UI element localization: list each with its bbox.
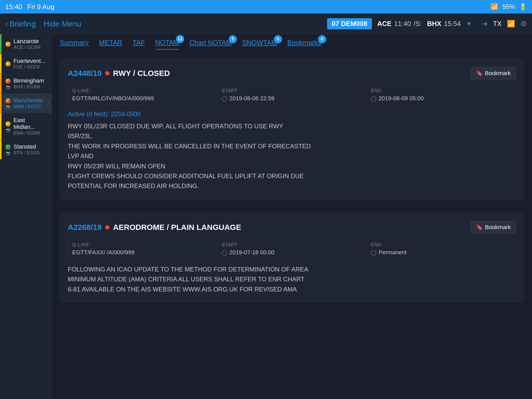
sidebar-item-birmingham[interactable]: 📷 Birmingham BHX / EGBB › bbox=[0, 74, 52, 94]
notam-card-1: A2448/19 RWY / CLOSED 🔖 Bookmark Q-LINE:… bbox=[60, 59, 524, 199]
back-button[interactable]: ‹ Briefing bbox=[5, 19, 36, 28]
notam-title-1: A2448/19 RWY / CLOSED bbox=[68, 69, 170, 78]
end-clock-icon-1: ◯ bbox=[371, 95, 376, 102]
notam-end-col-1: END ◯ 2019-08-09 05:00 bbox=[367, 85, 516, 105]
sidebar-item-stansted[interactable]: 📷 Stansted STN / EGSS › bbox=[0, 140, 52, 159]
notam-title-2: A2268/19 AERODROME / PLAIN LANGUAGE bbox=[68, 223, 241, 232]
notam-body-1: RWY 05L/23R CLOSED DUE WIP, ALL FLIGHT O… bbox=[68, 121, 516, 191]
wifi-icon: 📶 bbox=[507, 20, 515, 28]
status-day: Fri 9 Aug bbox=[27, 3, 54, 11]
content-area: Summary METAR TAF NOTAM 11 Chart NOTAM 5… bbox=[52, 34, 532, 399]
dropdown-chevron-icon[interactable]: ▼ bbox=[466, 21, 472, 27]
arr-airport: BHX bbox=[427, 20, 441, 28]
sidebar-text-stn: Stansted STN / EGSS bbox=[14, 143, 47, 156]
sidebar-item-fuerteventura[interactable]: Fuertevent... FUE / GCFV › bbox=[0, 54, 52, 74]
sidebar-item-lanzarote[interactable]: Lanzarote ACE / GCRR › bbox=[0, 34, 52, 54]
back-chevron-icon: ‹ bbox=[5, 19, 8, 28]
bookmark-button-2[interactable]: 🔖 Bookmark bbox=[470, 221, 516, 234]
notam-id-1: A2448/19 bbox=[68, 69, 102, 78]
flight-info: 07 DEM008 ACE 11:40 /S: BHX 15:54 ▼ ➜ TX… bbox=[327, 18, 527, 29]
sidebar-text-ema: East Midlan... EMA / EGNX bbox=[14, 117, 47, 136]
tab-taf[interactable]: TAF bbox=[132, 39, 145, 49]
notam-start-col-1: START ◯ 2019-08-06 22:59 bbox=[217, 85, 367, 105]
tabs-bar: Summary METAR TAF NOTAM 11 Chart NOTAM 5… bbox=[52, 34, 532, 54]
chart-notam-badge: 5 bbox=[229, 35, 237, 43]
gear-icon[interactable]: ⚙ bbox=[520, 19, 527, 28]
hide-menu-button[interactable]: Hide Menu bbox=[44, 19, 81, 28]
notam-status-dot-1 bbox=[105, 71, 109, 75]
bookmarks-badge: 0 bbox=[318, 35, 326, 43]
sidebar-text-bhx: Birmingham BHX / EGBB bbox=[14, 77, 47, 90]
tab-bookmarks[interactable]: Bookmarks 0 bbox=[287, 39, 321, 49]
battery-icon: 🔋 bbox=[519, 3, 527, 10]
tab-notam[interactable]: NOTAM 11 bbox=[155, 38, 179, 50]
flight-badge[interactable]: 07 DEM008 bbox=[327, 18, 372, 29]
header: ‹ Briefing Hide Menu 07 DEM008 ACE 11:40… bbox=[0, 14, 532, 34]
divider-1: · · · · · · · · · · · · · · · · · · · · … bbox=[60, 204, 524, 210]
header-icons: ➜ TX 📶 ⚙ bbox=[482, 19, 527, 28]
notam-body-2: FOLLOWING AN ICAO UPDATE TO THE METHOD F… bbox=[68, 264, 516, 294]
notam-qline-col-1: Q-LINE: EGTT/MRLC/IV/NBO/A/000/999 bbox=[68, 85, 217, 105]
notam-header-2: A2268/19 AERODROME / PLAIN LANGUAGE 🔖 Bo… bbox=[68, 221, 516, 234]
sidebar-text-fue: Fuertevent... FUE / GCFV bbox=[14, 58, 47, 70]
wifi-status-icon: 📶 bbox=[490, 3, 498, 10]
notam-list: A2448/19 RWY / CLOSED 🔖 Bookmark Q-LINE:… bbox=[52, 54, 532, 399]
sidebar-item-east-midlands[interactable]: 📷 East Midlan... EMA / EGNX › bbox=[0, 113, 52, 140]
chevron-right-icon: › bbox=[47, 41, 49, 47]
sidebar-text-man: Manchester MAN / EGCC bbox=[14, 97, 47, 109]
flight-segment-2: BHX 15:54 bbox=[427, 20, 461, 28]
camera-icon-bhx: 📷 bbox=[6, 85, 10, 89]
notam-status-dot-2 bbox=[105, 225, 109, 229]
end-clock-icon-2: ◯ bbox=[371, 249, 376, 256]
notam-header-1: A2448/19 RWY / CLOSED 🔖 Bookmark bbox=[68, 67, 516, 79]
notam-meta-1: Q-LINE: EGTT/MRLC/IV/NBO/A/000/999 START… bbox=[68, 85, 516, 105]
main-layout: Lanzarote ACE / GCRR › Fuertevent... FUE… bbox=[0, 34, 532, 399]
chevron-right-icon-fue: › bbox=[47, 61, 49, 67]
tx-label[interactable]: TX bbox=[493, 20, 502, 28]
start-clock-icon-2: ◯ bbox=[222, 249, 227, 256]
status-dot-lanzarote bbox=[5, 41, 11, 47]
notam-badge: 11 bbox=[176, 35, 184, 43]
back-label: Briefing bbox=[9, 19, 36, 28]
flight-segment-1: ACE 11:40 /S: bbox=[377, 20, 422, 28]
status-dot-bhx bbox=[5, 78, 11, 84]
dep-airport: ACE bbox=[377, 20, 391, 28]
sidebar-status-icons-bhx: 📷 bbox=[5, 78, 11, 89]
sidebar-status-icons-ema: 📷 bbox=[5, 121, 11, 132]
arr-time: 15:54 bbox=[444, 20, 461, 28]
snowtam-badge: 0 bbox=[274, 35, 282, 43]
chevron-right-icon-bhx: › bbox=[47, 81, 49, 87]
bookmark-button-1[interactable]: 🔖 Bookmark bbox=[470, 67, 516, 79]
sidebar-status-icons-fue bbox=[5, 61, 11, 67]
camera-icon-man: 📷 bbox=[6, 105, 10, 109]
notam-type-2: AERODROME / PLAIN LANGUAGE bbox=[113, 223, 241, 232]
notam-meta-2: Q-LINE: EGTT/FAXX/ /A/000/999 START ◯ 20… bbox=[68, 239, 516, 259]
tab-metar[interactable]: METAR bbox=[99, 39, 122, 49]
camera-icon-stn: 📷 bbox=[6, 151, 10, 155]
sidebar-status-icons bbox=[5, 41, 11, 47]
tab-summary[interactable]: Summary bbox=[60, 39, 89, 49]
tab-chart-notam[interactable]: Chart NOTAM 5 bbox=[189, 39, 232, 49]
notam-qline-col-2: Q-LINE: EGTT/FAXX/ /A/000/999 bbox=[68, 239, 217, 259]
start-clock-icon-1: ◯ bbox=[222, 95, 227, 102]
share-icon[interactable]: ➜ bbox=[482, 20, 488, 28]
status-time: 15:40 bbox=[5, 3, 22, 11]
dep-time: 11:40 bbox=[394, 20, 411, 28]
bookmark-icon-2: 🔖 bbox=[476, 224, 483, 231]
battery-status: 55% bbox=[502, 3, 515, 10]
notam-end-col-2: END ◯ Permanent bbox=[367, 239, 516, 259]
status-dot-ema bbox=[5, 121, 11, 127]
sidebar-status-icons-stn: 📷 bbox=[5, 144, 11, 155]
camera-icon-ema: 📷 bbox=[6, 128, 10, 132]
chevron-right-icon-man: › bbox=[47, 100, 49, 106]
tab-snowtam[interactable]: SNOWTAM 0 bbox=[242, 39, 277, 49]
notam-card-2: A2268/19 AERODROME / PLAIN LANGUAGE 🔖 Bo… bbox=[60, 213, 524, 302]
sidebar-text-lanzarote: Lanzarote ACE / GCRR bbox=[14, 38, 47, 50]
status-dot-fue bbox=[5, 61, 11, 67]
status-dot-man bbox=[5, 98, 11, 104]
sidebar-item-manchester[interactable]: 📷 Manchester MAN / EGCC › bbox=[0, 94, 52, 113]
notam-active-1: Active (d field): 2259-0500 bbox=[68, 110, 516, 118]
chevron-right-icon-ema: › bbox=[47, 123, 49, 129]
sidebar-status-icons-man: 📷 bbox=[5, 98, 11, 109]
status-bar: 15:40 Fri 9 Aug 📶 55% 🔋 bbox=[0, 0, 532, 14]
